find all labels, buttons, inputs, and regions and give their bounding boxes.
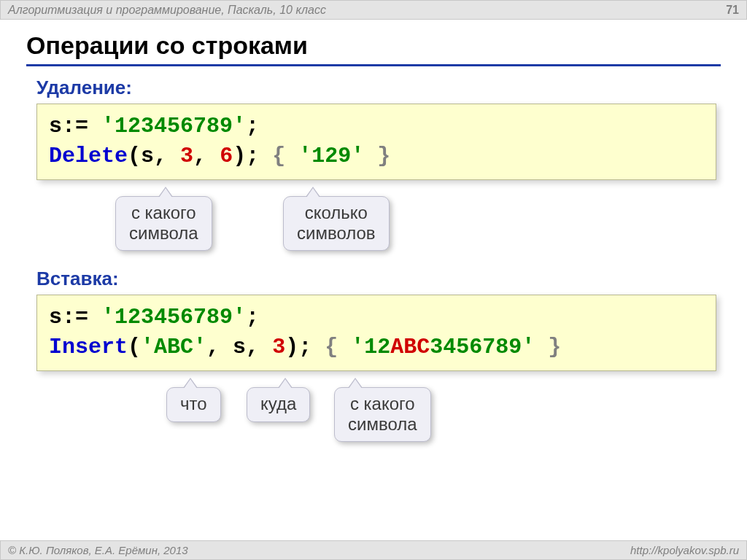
code-line: Insert('ABC', s, 3); { '12ABC3456789' } (49, 332, 704, 362)
arg-what: 'ABC' (141, 335, 206, 359)
comment-result: '129' (298, 144, 364, 168)
paren-close: ) (233, 144, 246, 168)
arg-var: s (233, 335, 246, 359)
page-title: Операции со строками (26, 31, 721, 66)
paren-open: ( (128, 335, 141, 359)
comment-close: } (535, 335, 561, 359)
comment-part1: '12 (351, 335, 390, 359)
var-s: s (49, 114, 62, 139)
callouts-insert: что куда с какогосимвола (36, 371, 721, 459)
var-s: s (49, 305, 62, 330)
callout-from-char: с какогосимвола (334, 387, 431, 442)
code-line: s:= '123456789'; (49, 303, 704, 332)
semicolon: ; (246, 305, 259, 330)
string-literal: '123456789' (101, 114, 246, 139)
comma: , (246, 335, 259, 359)
comma: , (193, 144, 206, 168)
code-delete: s:= '123456789'; Delete(s, 3, 6); { '129… (36, 104, 716, 180)
semicolon: ; (298, 335, 311, 359)
code-line: s:= '123456789'; (49, 112, 704, 141)
op-assign: := (62, 305, 101, 330)
fn-delete: Delete (49, 144, 128, 168)
page-number: 71 (726, 4, 739, 17)
callout-from-char: с какогосимвола (115, 196, 212, 251)
comment-open: { (325, 335, 351, 359)
header-bar: Алгоритмизация и программирование, Паска… (0, 0, 747, 20)
section-insert-heading: Вставка: (36, 268, 721, 290)
section-delete-heading: Удаление: (36, 77, 721, 99)
string-literal: '123456789' (101, 305, 246, 330)
comment-inserted: ABC (390, 335, 430, 359)
slide-content: Операции со строками Удаление: s:= '1234… (0, 20, 747, 459)
source-url: http://kpolyakov.spb.ru (630, 544, 739, 556)
arg-var: s (141, 144, 154, 168)
arg-index: 3 (272, 335, 285, 359)
callout-where: куда (247, 387, 310, 422)
comment-close: } (364, 144, 390, 168)
comment-open: { (272, 144, 298, 168)
semicolon: ; (246, 144, 259, 168)
footer-bar: © К.Ю. Поляков, Е.А. Ерёмин, 2013 http:/… (0, 540, 747, 560)
callout-what: что (166, 387, 221, 422)
copyright: © К.Ю. Поляков, Е.А. Ерёмин, 2013 (8, 544, 188, 556)
breadcrumb: Алгоритмизация и программирование, Паска… (8, 4, 326, 17)
arg-count: 6 (220, 144, 233, 168)
callouts-delete: с какогосимвола сколькосимволов (36, 180, 721, 260)
paren-open: ( (128, 144, 141, 168)
callout-count: сколькосимволов (283, 196, 390, 251)
fn-insert: Insert (49, 335, 128, 359)
comment-part2: 3456789' (430, 335, 535, 359)
comma: , (206, 335, 220, 359)
op-assign: := (62, 114, 101, 139)
paren-close: ) (285, 335, 298, 359)
comma: , (154, 144, 167, 168)
semicolon: ; (246, 114, 259, 139)
code-line: Delete(s, 3, 6); { '129' } (49, 141, 704, 171)
arg-index: 3 (180, 144, 193, 168)
code-insert: s:= '123456789'; Insert('ABC', s, 3); { … (36, 295, 716, 371)
